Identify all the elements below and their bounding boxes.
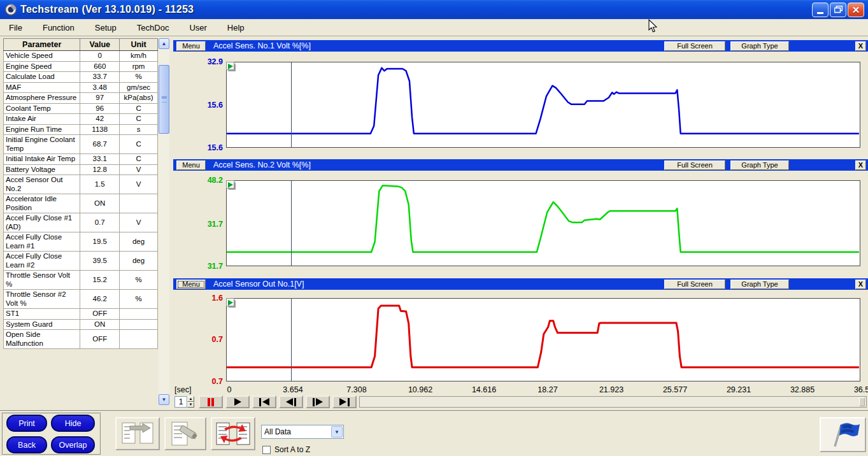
graph3-marker-icon[interactable]	[226, 298, 234, 306]
col-header-parameter[interactable]: Parameter	[4, 39, 80, 51]
table-row[interactable]: Engine Run Time1138s	[4, 124, 158, 135]
interval-spinner-value[interactable]: 1	[174, 396, 187, 408]
table-row[interactable]: MAF3.48gm/sec	[4, 82, 158, 93]
table-row[interactable]: Engine Speed660rpm	[4, 61, 158, 72]
table-row[interactable]: Initial Intake Air Temp33.1C	[4, 154, 158, 165]
menubar: File Function Setup TechDoc User Help	[0, 19, 868, 36]
table-row[interactable]: Accel Fully Close Learn #119.5deg	[4, 232, 158, 252]
graph2-graphtype-button[interactable]: Graph Type	[730, 160, 789, 170]
cell-unit: V	[120, 164, 158, 175]
dropdown-arrow-icon[interactable]: ▼	[331, 426, 343, 438]
graph1-menu-button[interactable]: Menu	[176, 41, 206, 51]
minimize-button[interactable]	[812, 3, 829, 17]
menu-help[interactable]: Help	[225, 22, 247, 34]
graph-panel-2: Menu Accel Sens. No.2 Volt %[%] Full Scr…	[173, 159, 868, 278]
graph3-menu-button[interactable]: Menu	[176, 280, 206, 289]
spinner-down-icon[interactable]: ▼	[187, 402, 194, 408]
graph2-cursor-line[interactable]	[291, 181, 292, 266]
graph1-ymid-label: 15.6	[173, 101, 223, 110]
cell-value: OFF	[80, 330, 120, 349]
play-button[interactable]	[225, 395, 250, 408]
menu-file[interactable]: File	[6, 22, 25, 34]
graph2-plot-area[interactable]	[226, 180, 860, 266]
graph1-fullscreen-button[interactable]: Full Screen	[664, 41, 725, 51]
menu-techdoc[interactable]: TechDoc	[134, 22, 172, 34]
skip-end-button[interactable]	[332, 395, 357, 408]
swap-list-button[interactable]	[211, 417, 255, 450]
timeline-scrollbar[interactable]	[359, 396, 867, 408]
menu-setup[interactable]: Setup	[92, 22, 119, 34]
step-forward-button[interactable]	[306, 395, 330, 408]
table-scrollbar[interactable]: ▲ ▼	[159, 38, 169, 405]
table-row[interactable]: Vehicle Speed0km/h	[4, 51, 158, 62]
col-header-unit[interactable]: Unit	[120, 39, 158, 51]
graph3-trace	[227, 299, 860, 381]
step-back-button[interactable]	[279, 395, 303, 408]
graph1-marker-icon[interactable]	[226, 62, 234, 70]
graph-panel-3: Menu Accel Sensor Out No.1[V] Full Scree…	[173, 278, 868, 385]
overlap-button[interactable]: Overlap	[51, 436, 95, 453]
menu-user[interactable]: User	[187, 22, 209, 34]
table-row[interactable]: System GuardON	[4, 319, 158, 330]
table-row[interactable]: Accel Fully Close Learn #239.5deg	[4, 252, 158, 271]
graph1-close-button[interactable]: X	[855, 41, 866, 51]
close-button[interactable]: ✕	[848, 3, 864, 17]
time-tick: 29.231	[727, 385, 751, 394]
table-row[interactable]: Initial Engine Coolant Temp68.7C	[4, 135, 158, 154]
table-row[interactable]: Open Side MalfunctionOFF	[4, 330, 158, 349]
close-icon: ✕	[852, 5, 860, 15]
table-row[interactable]: Accelerator Idle PositionON	[4, 194, 158, 213]
graph2-menu-button[interactable]: Menu	[176, 160, 206, 170]
graph1-cursor-line[interactable]	[291, 62, 292, 147]
interval-spinner[interactable]: ▲ ▼	[187, 396, 194, 408]
table-row[interactable]: Throttle Sensor Volt %15.2%	[4, 271, 158, 290]
col-header-value[interactable]: Value	[80, 39, 120, 51]
sort-label: Sort A to Z	[274, 445, 310, 454]
graph3-ymax-label: 1.6	[173, 294, 223, 303]
table-row[interactable]: Calculate Load33.7%	[4, 72, 158, 83]
table-row[interactable]: Battery Voltage12.8V	[4, 164, 158, 175]
graph3-fullscreen-button[interactable]: Full Screen	[664, 280, 725, 289]
restore-button[interactable]	[830, 3, 846, 17]
step-forward-icon	[316, 398, 323, 406]
cell-value: 68.7	[80, 135, 120, 154]
graph3-cursor-line[interactable]	[291, 299, 292, 381]
graph2-fullscreen-button[interactable]: Full Screen	[664, 160, 725, 170]
print-button[interactable]: Print	[6, 415, 47, 432]
transfer-list-button[interactable]	[115, 417, 160, 450]
spinner-up-icon[interactable]: ▲	[187, 396, 194, 402]
cell-param: System Guard	[4, 319, 80, 330]
table-row[interactable]: Throttle Sensor #2 Volt %46.2%	[4, 290, 158, 309]
cell-param: Throttle Sensor #2 Volt %	[4, 290, 80, 309]
table-row[interactable]: ST1OFF	[4, 309, 158, 320]
timeline-scrollbar-thumb[interactable]	[859, 397, 865, 406]
scrollbar-thumb[interactable]	[159, 65, 169, 134]
graph2-close-button[interactable]: X	[855, 160, 866, 170]
cell-unit: C	[120, 154, 158, 165]
graph3-plot-area[interactable]	[226, 298, 860, 381]
hide-button[interactable]: Hide	[51, 415, 95, 432]
cell-param: Calculate Load	[4, 72, 80, 83]
skip-start-button[interactable]	[252, 395, 276, 408]
graph-panel-1: Menu Accel Sens. No.1 Volt %[%] Full Scr…	[173, 40, 868, 159]
graph3-close-button[interactable]: X	[855, 280, 866, 289]
table-row[interactable]: Coolant Temp96C	[4, 103, 158, 114]
back-button[interactable]: Back	[6, 436, 47, 453]
graph2-marker-icon[interactable]	[226, 180, 234, 189]
table-row[interactable]: Intake Air42C	[4, 114, 158, 125]
scroll-down-icon[interactable]: ▼	[159, 394, 169, 405]
flag-button[interactable]	[820, 417, 866, 452]
table-row[interactable]: Atmosphere Pressure97kPa(abs)	[4, 93, 158, 104]
edit-list-button[interactable]	[164, 417, 206, 450]
cell-unit: kPa(abs)	[120, 93, 158, 104]
table-row[interactable]: Accel Sensor Out No.21.5V	[4, 175, 158, 194]
graph1-graphtype-button[interactable]: Graph Type	[730, 41, 789, 51]
data-filter-dropdown[interactable]: All Data ▼	[261, 425, 344, 439]
sort-checkbox[interactable]	[262, 446, 271, 454]
graph1-plot-area[interactable]	[226, 62, 860, 148]
menu-function[interactable]: Function	[40, 22, 77, 34]
graph3-graphtype-button[interactable]: Graph Type	[730, 280, 789, 289]
pause-button[interactable]	[199, 395, 223, 408]
table-row[interactable]: Accel Fully Close #1 (AD)0.7V	[4, 213, 158, 232]
scroll-up-icon[interactable]: ▲	[159, 38, 169, 49]
